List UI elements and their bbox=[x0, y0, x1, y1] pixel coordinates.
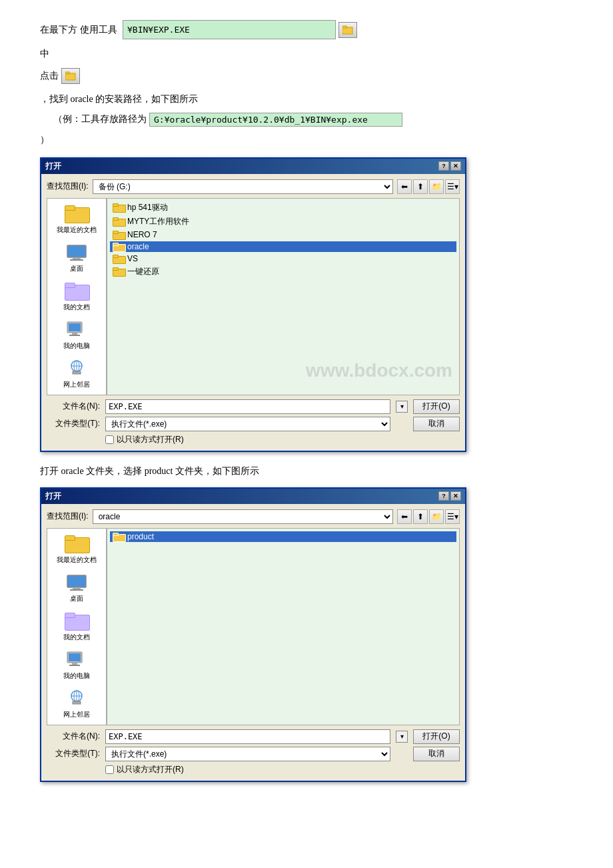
file-item-hp[interactable]: hp 541驱动 bbox=[110, 201, 456, 214]
file-item-myty[interactable]: MYTY工作用软件 bbox=[110, 215, 456, 228]
file-item-vs[interactable]: VS bbox=[110, 253, 456, 264]
dialog-2-content: 我最近的文档 桌面 我的文档 我的电脑 bbox=[47, 528, 460, 725]
toolbar-icons-2: ⬅ ⬆ 📁 ☰▾ bbox=[397, 509, 460, 524]
between-text: 打开 oracle 文件夹，选择 product 文件夹，如下图所示 bbox=[40, 463, 573, 479]
up-icon[interactable]: ⬆ bbox=[413, 179, 428, 194]
desktop-icon bbox=[65, 243, 89, 263]
svg-rect-10 bbox=[69, 335, 80, 336]
filetype-select-2[interactable]: 执行文件(*.exe) bbox=[105, 747, 390, 761]
open-button-2[interactable]: 打开(O) bbox=[413, 729, 460, 744]
mid-text: 中 bbox=[40, 49, 49, 59]
desktop-icon-2 bbox=[65, 573, 89, 593]
filename-row-2: 文件名(N): ▾ 打开(O) bbox=[47, 729, 460, 744]
sidebar-network[interactable]: 网上邻居 bbox=[63, 359, 90, 389]
filetype-select[interactable]: 执行文件(*.exe) bbox=[105, 417, 390, 431]
readonly-row: 以只读方式打开(R) bbox=[47, 434, 460, 445]
browse-button[interactable] bbox=[338, 22, 357, 38]
filename-dropdown-icon[interactable]: ▾ bbox=[396, 401, 408, 413]
look-in-select-2[interactable]: oracle bbox=[93, 509, 393, 524]
file-item-restore[interactable]: 一键还原 bbox=[110, 265, 456, 278]
example-line: （例：工具存放路径为 G:¥oracle¥product¥10.2.0¥db_1… bbox=[53, 113, 573, 127]
close-button-2[interactable]: ✕ bbox=[450, 491, 461, 501]
view-icon[interactable]: ☰▾ bbox=[445, 179, 460, 194]
after-click-text: ，找到 oracle 的安装路径，如下图所示 bbox=[40, 90, 573, 109]
sidebar-my-computer[interactable]: 我的电脑 bbox=[63, 320, 90, 351]
dialog-2-title: 打开 bbox=[45, 491, 61, 502]
example-close: ） bbox=[40, 131, 573, 149]
filename-input-2[interactable] bbox=[105, 729, 390, 744]
svg-rect-8 bbox=[69, 323, 81, 331]
svg-rect-17 bbox=[73, 587, 81, 589]
recent-icon bbox=[65, 204, 89, 224]
readonly-row-2: 以只读方式打开(R) bbox=[47, 764, 460, 775]
filename-input[interactable] bbox=[105, 399, 390, 414]
dialog-2-file-area: product bbox=[107, 528, 460, 725]
svg-rect-18 bbox=[70, 589, 83, 591]
sidebar-my-docs-2[interactable]: 我的文档 bbox=[63, 611, 90, 642]
look-in-select[interactable]: 备份 (G:) bbox=[93, 179, 393, 194]
cancel-button-2[interactable]: 取消 bbox=[413, 747, 460, 761]
toolbar-icons: ⬅ ⬆ 📁 ☰▾ bbox=[397, 179, 460, 194]
folder-icon-myty bbox=[113, 217, 125, 226]
titlebar-buttons: ? ✕ bbox=[438, 161, 461, 171]
filetype-row: 文件类型(T): 执行文件(*.exe) 取消 bbox=[47, 417, 460, 431]
my-computer-label: 我的电脑 bbox=[63, 341, 90, 351]
my-computer-icon bbox=[65, 320, 89, 340]
help-button-2[interactable]: ? bbox=[438, 491, 449, 501]
click-browse-button[interactable] bbox=[61, 68, 80, 84]
readonly-label-2: 以只读方式打开(R) bbox=[117, 764, 184, 775]
network-label-2: 网上邻居 bbox=[63, 710, 90, 719]
titlebar-buttons-2: ? ✕ bbox=[438, 491, 461, 501]
open-button-1[interactable]: 打开(O) bbox=[413, 399, 460, 414]
dialog-2-toolbar: 查找范围(I): oracle ⬅ ⬆ 📁 ☰▾ bbox=[47, 509, 460, 524]
filename-dropdown-icon-2[interactable]: ▾ bbox=[396, 731, 408, 743]
sidebar-recent[interactable]: 我最近的文档 bbox=[57, 204, 97, 235]
dialog-1-content: 我最近的文档 桌面 我的文档 我的电脑 bbox=[47, 198, 460, 395]
sidebar-my-docs[interactable]: 我的文档 bbox=[63, 281, 90, 312]
close-button[interactable]: ✕ bbox=[450, 161, 461, 171]
look-in-label-2: 查找范围(I): bbox=[47, 511, 89, 522]
file-item-nero[interactable]: NERO 7 bbox=[110, 229, 456, 240]
dialog-2-body: 查找范围(I): oracle ⬅ ⬆ 📁 ☰▾ 我最近的文档 bbox=[41, 504, 465, 781]
back-icon-2[interactable]: ⬅ bbox=[397, 509, 412, 524]
sidebar-recent-2[interactable]: 我最近的文档 bbox=[57, 534, 97, 565]
folder-browse-icon bbox=[342, 25, 353, 35]
new-folder-icon-2[interactable]: 📁 bbox=[429, 509, 444, 524]
cancel-button-1[interactable]: 取消 bbox=[413, 417, 460, 431]
dialog-1-body: 查找范围(I): 备份 (G:) ⬅ ⬆ 📁 ☰▾ 我最近的文档 bbox=[41, 174, 465, 451]
svg-rect-21 bbox=[72, 663, 77, 665]
my-computer-label-2: 我的电脑 bbox=[63, 671, 90, 681]
svg-rect-15 bbox=[73, 371, 81, 374]
my-computer-icon-2 bbox=[65, 650, 89, 670]
back-icon[interactable]: ⬅ bbox=[397, 179, 412, 194]
click-line: 点击 bbox=[40, 67, 573, 84]
readonly-checkbox-2[interactable] bbox=[105, 765, 114, 774]
recent-label-2: 我最近的文档 bbox=[57, 555, 97, 565]
my-docs-label: 我的文档 bbox=[63, 303, 90, 312]
svg-rect-9 bbox=[72, 333, 77, 335]
use-tool-label: 使用工具 bbox=[80, 21, 117, 38]
dialog-1-bottom: 文件名(N): ▾ 打开(O) 文件类型(T): 执行文件(*.exe) 取消 … bbox=[47, 399, 460, 445]
my-docs-icon-2 bbox=[65, 611, 89, 631]
dialog-1-sidebar: 我最近的文档 桌面 我的文档 我的电脑 bbox=[47, 198, 107, 395]
file-item-oracle[interactable]: oracle bbox=[110, 241, 456, 252]
dialog-open-1: 打开 ? ✕ 查找范围(I): 备份 (G:) ⬅ ⬆ 📁 ☰▾ bbox=[40, 157, 466, 452]
mid-text-line: 中 bbox=[40, 45, 573, 63]
desktop-label-2: 桌面 bbox=[70, 594, 83, 603]
sidebar-network-2[interactable]: 网上邻居 bbox=[63, 689, 90, 719]
readonly-checkbox[interactable] bbox=[105, 435, 114, 444]
svg-rect-3 bbox=[65, 72, 69, 74]
tool-path-field[interactable]: ¥BIN¥EXP.EXE bbox=[123, 20, 336, 39]
svg-rect-4 bbox=[67, 245, 86, 257]
folder-browse-icon2 bbox=[65, 71, 76, 81]
sidebar-desktop[interactable]: 桌面 bbox=[65, 243, 89, 273]
new-folder-icon[interactable]: 📁 bbox=[429, 179, 444, 194]
sidebar-my-computer-2[interactable]: 我的电脑 bbox=[63, 650, 90, 681]
up-icon-2[interactable]: ⬆ bbox=[413, 509, 428, 524]
dialog-2-bottom: 文件名(N): ▾ 打开(O) 文件类型(T): 执行文件(*.exe) 取消 … bbox=[47, 729, 460, 775]
view-icon-2[interactable]: ☰▾ bbox=[445, 509, 460, 524]
file-item-product[interactable]: product bbox=[110, 531, 456, 542]
sidebar-desktop-2[interactable]: 桌面 bbox=[65, 573, 89, 603]
filename-label-2: 文件名(N): bbox=[47, 731, 100, 742]
help-button[interactable]: ? bbox=[438, 161, 449, 171]
